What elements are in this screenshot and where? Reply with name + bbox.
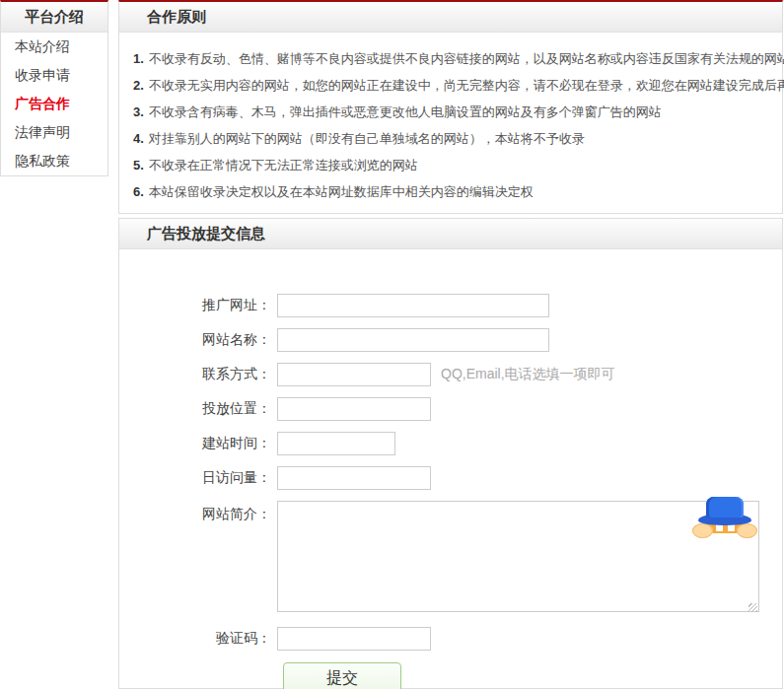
sidebar: 平台介绍 本站介绍 收录申请 广告合作 法律声明 隐私政策	[0, 0, 108, 176]
site-intro-label: 网站简介：	[119, 501, 277, 523]
principles-list: 1.不收录有反动、色情、赌博等不良内容或提供不良内容链接的网站，以及网站名称或内…	[119, 33, 782, 218]
contact-input[interactable]	[277, 363, 431, 386]
principles-panel: 合作原则 1.不收录有反动、色情、赌博等不良内容或提供不良内容链接的网站，以及网…	[118, 0, 783, 214]
ad-form-title: 广告投放提交信息	[119, 219, 782, 249]
form-row: 投放位置：	[119, 397, 782, 421]
rule-number: 1.	[133, 51, 144, 66]
rule-text: 不收录含有病毒、木马，弹出插件或恶意更改他人电脑设置的网站及有多个弹窗广告的网站	[149, 104, 662, 119]
site-url-input[interactable]	[277, 294, 549, 317]
captcha-label: 验证码：	[119, 630, 277, 648]
rule-item: 3.不收录含有病毒、木马，弹出插件或恶意更改他人电脑设置的网站及有多个弹窗广告的…	[133, 99, 768, 125]
rule-item: 6.本站保留收录决定权以及在本站网址数据库中相关内容的编辑决定权	[133, 178, 768, 205]
daily-visits-label: 日访问量：	[119, 469, 277, 487]
rule-text: 不收录无实用内容的网站，如您的网站正在建设中，尚无完整内容，请不必现在登录，欢迎…	[149, 78, 784, 93]
rule-item: 2.不收录无实用内容的网站，如您的网站正在建设中，尚无完整内容，请不必现在登录，…	[133, 72, 768, 99]
captcha-input[interactable]	[277, 627, 431, 651]
daily-visits-input[interactable]	[277, 466, 431, 490]
submit-button[interactable]: 提交	[283, 662, 401, 689]
form-row: 日访问量：	[119, 466, 782, 490]
ad-form-panel: 广告投放提交信息 推广网址： 网站名称： 联系方式： QQ,Email,电话选填…	[118, 218, 783, 689]
contact-hint: QQ,Email,电话选填一项即可	[441, 366, 615, 383]
rule-text: 对挂靠别人的网站下的网站（即没有自己单独域名的网站），本站将不予收录	[149, 131, 585, 146]
peeking-mascot-widget[interactable]	[692, 497, 757, 542]
sidebar-title: 平台介绍	[1, 2, 107, 33]
sidebar-item-inclusion-apply[interactable]: 收录申请	[1, 61, 107, 90]
site-name-input[interactable]	[277, 328, 549, 352]
rule-item: 4.对挂靠别人的网站下的网站（即没有自己单独域名的网站），本站将不予收录	[133, 125, 768, 152]
ad-position-label: 投放位置：	[119, 400, 277, 418]
sidebar-item-ad-cooperation[interactable]: 广告合作	[1, 90, 107, 118]
site-intro-textarea[interactable]	[277, 501, 759, 612]
form-row: 推广网址：	[119, 294, 782, 317]
rule-number: 4.	[133, 131, 144, 146]
sidebar-item-legal-notice[interactable]: 法律声明	[1, 118, 107, 147]
rule-number: 2.	[133, 78, 144, 93]
site-created-label: 建站时间：	[119, 435, 277, 452]
form-row: 建站时间：	[119, 432, 782, 455]
sidebar-menu: 本站介绍 收录申请 广告合作 法律声明 隐私政策	[1, 33, 107, 175]
site-name-label: 网站名称：	[119, 331, 277, 349]
site-url-label: 推广网址：	[119, 297, 277, 314]
form-row: 网站名称：	[119, 328, 782, 352]
form-row: 网站简介：	[119, 501, 782, 616]
rule-text: 本站保留收录决定权以及在本站网址数据库中相关内容的编辑决定权	[149, 184, 534, 199]
form-row: 验证码：	[119, 627, 782, 651]
rule-number: 5.	[133, 158, 144, 172]
principles-title: 合作原则	[119, 2, 782, 33]
mascot-blue-hat-icon	[706, 497, 744, 517]
rule-number: 3.	[133, 104, 144, 119]
rule-item: 1.不收录有反动、色情、赌博等不良内容或提供不良内容链接的网站，以及网站名称或内…	[133, 45, 768, 72]
rule-item: 5.不收录在正常情况下无法正常连接或浏览的网站	[133, 152, 768, 178]
submit-row: 提交	[283, 662, 782, 689]
site-created-input[interactable]	[277, 432, 395, 455]
mascot-right-paw	[737, 523, 757, 538]
rule-text: 不收录在正常情况下无法正常连接或浏览的网站	[149, 158, 418, 172]
ad-submission-form: 推广网址： 网站名称： 联系方式： QQ,Email,电话选填一项即可 投放位置…	[119, 294, 782, 689]
sidebar-item-privacy-policy[interactable]: 隐私政策	[1, 147, 107, 175]
contact-label: 联系方式：	[119, 366, 277, 383]
ad-position-input[interactable]	[277, 397, 431, 421]
mascot-left-paw	[692, 523, 713, 538]
form-row: 联系方式： QQ,Email,电话选填一项即可	[119, 363, 782, 386]
rule-text: 不收录有反动、色情、赌博等不良内容或提供不良内容链接的网站，以及网站名称或内容违…	[149, 51, 784, 66]
rule-number: 6.	[133, 184, 144, 199]
sidebar-item-site-intro[interactable]: 本站介绍	[1, 33, 107, 61]
